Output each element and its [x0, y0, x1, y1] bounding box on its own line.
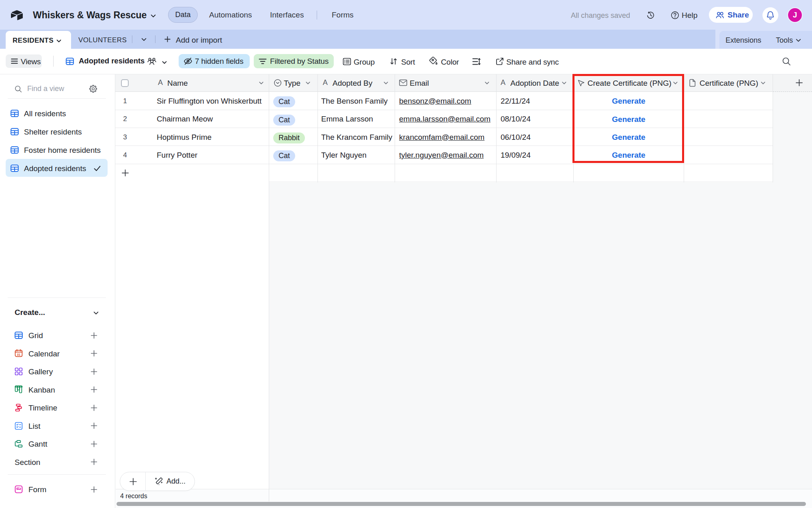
svg-text:31: 31	[17, 353, 20, 356]
